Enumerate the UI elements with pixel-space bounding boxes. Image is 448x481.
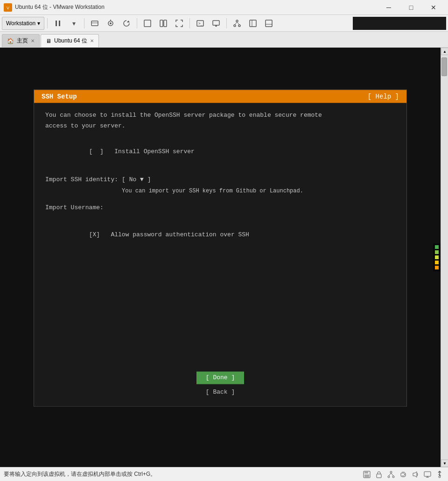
- svg-rect-29: [364, 474, 369, 477]
- scroll-thumb[interactable]: [441, 57, 447, 76]
- tab-home[interactable]: 🏠 主页 ✕: [2, 34, 40, 47]
- svg-marker-9: [127, 21, 130, 22]
- done-button[interactable]: [ Done ]: [196, 372, 244, 384]
- svg-marker-40: [413, 472, 417, 477]
- workstation-arrow: ▾: [37, 20, 40, 27]
- vm-view-button[interactable]: [156, 17, 171, 30]
- revert-snapshot-button[interactable]: [119, 17, 134, 30]
- svg-point-39: [404, 474, 405, 475]
- svg-line-34: [389, 473, 391, 476]
- status-sound-icon[interactable]: [411, 470, 420, 479]
- send-ctrl-alt-del-button[interactable]: [87, 17, 102, 30]
- svg-rect-12: [164, 20, 167, 27]
- import-identity-dropdown[interactable]: [ No ▼ ]: [122, 175, 303, 185]
- toolbar-divider-1: [47, 18, 48, 28]
- indicator-1: [435, 245, 439, 249]
- vm-display[interactable]: SSH Setup [ Help ] You can choose to ins…: [0, 48, 441, 467]
- svg-rect-11: [160, 20, 163, 27]
- openssh-checkbox[interactable]: [ ]: [89, 148, 104, 155]
- console-button[interactable]: >_: [193, 17, 208, 30]
- toolbar-divider-3: [137, 18, 137, 28]
- scroll-track[interactable]: [441, 55, 448, 460]
- svg-point-20: [238, 25, 240, 27]
- svg-point-32: [388, 476, 390, 478]
- svg-point-7: [110, 22, 112, 24]
- svg-rect-4: [91, 21, 98, 26]
- button-row: [ Done ] [ Back ]: [45, 372, 395, 399]
- tab-home-close[interactable]: ✕: [31, 38, 35, 43]
- status-save-icon[interactable]: [362, 470, 371, 479]
- status-network-icon[interactable]: [386, 470, 396, 479]
- indicator-2: [435, 250, 439, 254]
- svg-rect-25: [266, 20, 272, 27]
- pause-arrow-icon: ▾: [72, 20, 76, 27]
- status-text: 要将输入定向到该虚拟机，请在虚拟机内部单击或按 Ctrl+G。: [4, 470, 362, 478]
- sidebar-toggle-button[interactable]: [245, 17, 260, 30]
- close-button[interactable]: ✕: [423, 0, 444, 15]
- svg-line-35: [391, 473, 393, 476]
- window-title: Ubuntu 64 位 - VMware Workstation: [15, 3, 378, 11]
- status-icons: [362, 470, 444, 479]
- thumbnail-bar-button[interactable]: [261, 17, 276, 30]
- import-identity-hint: You can import your SSH keys from Github…: [122, 186, 303, 195]
- toolbar-divider-2: [84, 18, 84, 28]
- allow-password-line[interactable]: [X] Allow password authentication over S…: [45, 220, 395, 249]
- back-button-container[interactable]: [ Back ]: [45, 386, 395, 399]
- svg-point-19: [234, 25, 236, 27]
- svg-rect-15: [213, 21, 219, 25]
- indicator-5: [435, 266, 439, 269]
- back-button[interactable]: [ Back ]: [196, 386, 244, 399]
- import-username-row: Import Username:: [45, 203, 395, 213]
- network-button[interactable]: [230, 17, 245, 30]
- svg-rect-3: [59, 21, 60, 26]
- status-lock-icon[interactable]: [374, 470, 384, 479]
- status-usb-icon[interactable]: [435, 470, 444, 479]
- pause-button[interactable]: [50, 17, 65, 30]
- menu-bar: Workstation ▾ ▾: [0, 15, 448, 32]
- workstation-menu[interactable]: Workstation ▾: [2, 17, 44, 30]
- app-icon: V: [4, 3, 12, 12]
- normal-view-button[interactable]: [140, 17, 155, 30]
- minimize-button[interactable]: ─: [378, 0, 399, 15]
- terminal-body[interactable]: You can choose to install the OpenSSH se…: [34, 103, 406, 406]
- title-bar: V Ubuntu 64 位 - VMware Workstation ─ □ ✕: [0, 0, 448, 15]
- tab-home-label: 主页: [17, 37, 28, 45]
- svg-rect-23: [250, 20, 256, 27]
- scroll-down-arrow[interactable]: ▼: [441, 460, 448, 467]
- import-identity-row: Import SSH identity: [ No ▼ ] You can im…: [45, 175, 395, 196]
- indicator-3: [435, 255, 439, 259]
- toolbar-divider-5: [226, 18, 227, 28]
- done-button-container[interactable]: [ Done ]: [45, 372, 395, 384]
- pause-dropdown[interactable]: ▾: [66, 17, 81, 30]
- svg-point-33: [392, 476, 394, 478]
- import-username-label: Import Username:: [45, 203, 104, 213]
- svg-point-31: [390, 471, 392, 473]
- svg-rect-30: [377, 474, 381, 478]
- install-openssh-line[interactable]: [ ] Install OpenSSH server: [45, 137, 395, 166]
- remote-display-button[interactable]: [209, 17, 224, 30]
- fullscreen-button[interactable]: [172, 17, 187, 30]
- ssh-setup-terminal: SSH Setup [ Help ] You can choose to ins…: [34, 90, 407, 407]
- scroll-up-arrow[interactable]: ▲: [441, 48, 448, 55]
- terminal-header: SSH Setup [ Help ]: [34, 90, 406, 103]
- svg-rect-2: [56, 21, 57, 26]
- allow-password-checkbox[interactable]: [X]: [89, 231, 100, 238]
- status-display-icon[interactable]: [423, 470, 432, 479]
- svg-rect-37: [402, 475, 405, 477]
- svg-line-21: [235, 22, 237, 25]
- svg-rect-41: [424, 472, 431, 476]
- maximize-button[interactable]: □: [400, 0, 422, 15]
- snapshot-button[interactable]: [103, 17, 118, 30]
- tab-ubuntu-close[interactable]: ✕: [90, 38, 94, 43]
- home-icon: 🏠: [7, 38, 14, 44]
- status-print-icon[interactable]: [399, 470, 408, 479]
- indicator-4: [435, 261, 439, 264]
- main-area: SSH Setup [ Help ] You can choose to ins…: [0, 48, 448, 467]
- svg-point-18: [236, 20, 238, 22]
- vm-content: SSH Setup [ Help ] You can choose to ins…: [0, 48, 441, 467]
- side-indicators: [433, 243, 441, 271]
- vertical-scrollbar[interactable]: ▲ ▼: [441, 48, 448, 467]
- workstation-label: Workstation: [6, 20, 35, 27]
- svg-rect-10: [144, 20, 151, 27]
- tab-ubuntu[interactable]: 🖥 Ubuntu 64 位 ✕: [41, 34, 99, 47]
